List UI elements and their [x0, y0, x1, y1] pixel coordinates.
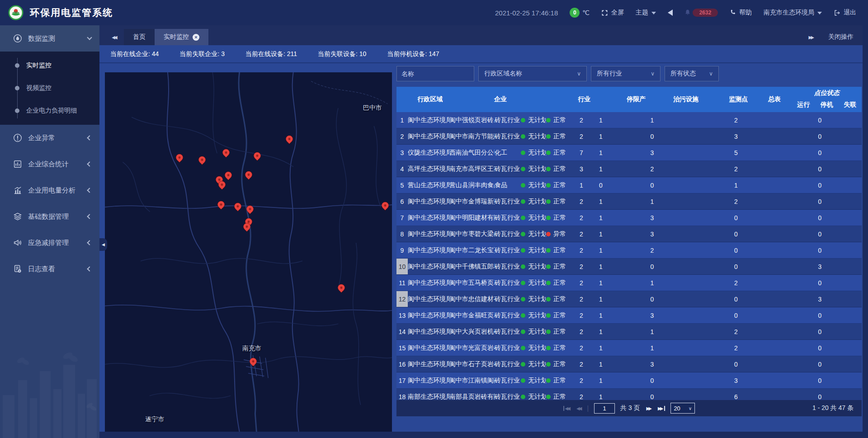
cell-meters: 1 [591, 372, 610, 388]
help-button[interactable]: 帮助 [730, 9, 752, 17]
facility-text: 正常 [553, 377, 566, 385]
pager-first-button[interactable]: ◀◀ [563, 406, 570, 411]
sidebar-item-data-monitoring[interactable]: 数据监测 [0, 25, 99, 52]
cell-limit-status: 无计划 [521, 128, 546, 144]
sidebar-item-realtime-monitoring[interactable]: 实时监控 [0, 54, 99, 77]
close-operations-button[interactable]: 关闭操作 [828, 33, 854, 41]
tab-realtime-monitoring[interactable]: 实时监控× [155, 29, 208, 45]
sidebar-item-enterprise-abnormal[interactable]: 企业异常 [0, 125, 99, 151]
sidebar-item-label: 企业用电量分析 [28, 186, 88, 195]
logout-button[interactable]: 退出 [834, 9, 856, 17]
cell-lost: 3 [778, 259, 862, 274]
sidebar-item-basic-data-management[interactable]: 基础数据管理 [0, 203, 99, 230]
cell-company: 阆中市枣碧大梁山页岩 [449, 226, 495, 242]
status-dot [546, 216, 551, 220]
table-row[interactable]: 15阆中生态环境局阆中市光富页岩机砖厂砖瓦行业无计划正常21120 [396, 340, 862, 356]
table-row[interactable]: 10阆中生态环境局阆中千佛镇五郎垭页岩砖瓦行业无计划正常21003 [396, 259, 862, 275]
row-index: 17 [396, 372, 408, 388]
table-row[interactable]: 11阆中生态环境局阆中市五马桥页岩机砖砖瓦行业无计划正常21120 [396, 275, 862, 291]
cell-lost: 0 [778, 275, 862, 291]
status-dot [546, 248, 551, 253]
cell-stop: 0 [694, 356, 778, 372]
cell-run: 3 [610, 145, 694, 160]
status-dot [546, 378, 551, 383]
cell-meters: 1 [591, 145, 610, 160]
table-row[interactable]: 12阆中生态环境局阆中市忠信建材有限公砖瓦行业无计划正常21003 [396, 291, 862, 307]
cell-stop: 0 [694, 259, 778, 274]
cell-industry: 砖瓦行业 [495, 259, 521, 274]
stat-value: 3 [221, 50, 225, 57]
pager-page-input[interactable] [594, 403, 615, 414]
theme-dropdown[interactable]: 主题 [636, 9, 656, 17]
pager-prev-button[interactable]: ◀◀ [576, 406, 581, 411]
org-dropdown[interactable]: 南充市生态环境局 [764, 9, 822, 17]
limit-text: 无计划 [528, 116, 546, 124]
sidebar-subitem-label: 实时监控 [26, 61, 52, 70]
sidebar-item-log-view[interactable]: 日志查看 [0, 256, 99, 282]
cell-region: 阆中生态环境局 [408, 372, 449, 388]
cell-lost: 3 [778, 291, 862, 307]
table-row[interactable]: 14阆中生态环境局阆中大兴页岩机砖厂砖瓦行业无计划正常21120 [396, 324, 862, 340]
name-filter-input[interactable] [396, 66, 474, 81]
table-row[interactable]: 16阆中生态环境局阆中市石子页岩机砖厂砖瓦行业无计划正常21300 [396, 356, 862, 372]
tab-label: 实时监控 [164, 33, 189, 41]
cell-stop: 3 [694, 128, 778, 144]
scrollbar-track[interactable] [863, 25, 868, 438]
status-dot [521, 313, 525, 318]
table-row[interactable]: 5营山生态环境局营山县润丰肉食品有限食品无计划正常10010 [396, 177, 862, 193]
notification-badge[interactable]: 2632 [684, 9, 718, 17]
facility-text: 正常 [553, 344, 566, 352]
page-size-select[interactable]: 20 ∨ [670, 403, 695, 414]
cell-region: 阆中生态环境局 [408, 112, 449, 128]
sidebar-item-enterprise-statistics[interactable]: 企业综合统计 [0, 151, 99, 177]
pager-next-button[interactable]: ▶▶ [646, 406, 651, 411]
sidebar-item-power-usage-analysis[interactable]: 企业用电量分析 [0, 177, 99, 203]
sidebar-item-power-load-detail[interactable]: 企业电力负荷明细 [0, 99, 99, 122]
table-row[interactable]: 6阆中生态环境局阆中市金博瑞新型墙材砖瓦行业无计划正常21120 [396, 193, 862, 210]
map[interactable]: 巴中市南充市遂宁市 [105, 72, 392, 432]
tabs-scroll-left-icon[interactable]: ◀◀ [104, 29, 124, 45]
col-points: 监测点 [720, 87, 757, 112]
table-row[interactable]: 8阆中生态环境局阆中市枣碧大梁山页岩砖瓦行业无计划异常21300 [396, 226, 862, 242]
cell-industry: 砖瓦行业 [495, 275, 521, 291]
industry-filter-select[interactable]: 所有行业 ∨ [591, 66, 660, 81]
tab-home[interactable]: 首页 [124, 29, 155, 45]
fullscreen-button[interactable]: 全屏 [601, 9, 624, 17]
table-row[interactable]: 4高坪生态环境局南充市高坪区王家店建砖瓦行业无计划正常31220 [396, 161, 862, 177]
col-company: 企业 [494, 87, 578, 112]
stats-bar: 当前在线企业: 44当前失联企业: 3当前在线设备: 211当前失联设备: 10… [99, 45, 868, 63]
table-row[interactable]: 9阆中生态环境局阆中市二龙长宝页岩砖砖瓦行业无计划正常21200 [396, 242, 862, 259]
limit-text: 无计划 [528, 311, 546, 320]
right-panel: 行政区域名称 ∨ 所有行业 ∨ 所有状态 ∨ [396, 66, 862, 432]
table-row[interactable]: 17阆中生态环境局阆中市江南镇阆南页岩砖瓦行业无计划正常21030 [396, 372, 862, 389]
table-row[interactable]: 7阆中生态环境局阆中明阳建材有限公司砖瓦行业无计划正常21300 [396, 210, 862, 226]
cell-run: 0 [610, 177, 694, 193]
tabs-scroll-right-icon[interactable]: ▶▶ [809, 29, 813, 45]
table-row[interactable]: 2阆中生态环境局阆中市南方节能建材有砖瓦行业无计划正常21030 [396, 128, 862, 145]
row-index: 10 [396, 259, 408, 274]
sidebar-item-emergency-reduction[interactable]: 应急减排管理 [0, 230, 99, 256]
cell-meters: 1 [591, 340, 610, 356]
status-filter-select[interactable]: 所有状态 ∨ [665, 66, 719, 81]
map-collapse-handle[interactable]: ◀ [99, 238, 107, 251]
facility-text: 正常 [553, 360, 566, 368]
row-index: 16 [396, 356, 408, 372]
table-row[interactable]: 3仪陇生态环境局西南油气田分公司川中化工无计划正常71350 [396, 145, 862, 161]
cell-meters: 1 [591, 356, 610, 372]
sidebar-item-video-monitoring[interactable]: 视频监控 [0, 77, 99, 99]
pager-last-button[interactable]: ▶▶ [657, 406, 665, 411]
table-row[interactable]: 1阆中生态环境局阆中强锐页岩砖厂砖瓦行业无计划正常21120 [396, 112, 862, 128]
mute-button[interactable] [668, 9, 673, 16]
table-header: 行政区域 企业 行业 停限产 治污设施 监测点 总表 点位状态 [396, 87, 862, 112]
region-filter-select[interactable]: 行政区域名称 ∨ [478, 66, 587, 81]
cell-meters: 0 [591, 177, 610, 193]
cell-region: 阆中生态环境局 [408, 324, 449, 339]
cell-stop: 2 [694, 112, 778, 128]
stat-item: 当前失联设备: 10 [318, 50, 366, 58]
table-row[interactable]: 13阆中生态环境局阆中市金福旺页岩机砖砖瓦行业无计划正常21300 [396, 307, 862, 324]
cell-company: 阆中市二龙长宝页岩砖 [449, 242, 495, 258]
tab-close-icon[interactable]: × [193, 34, 199, 41]
map-city-label: 遂宁市 [145, 415, 164, 424]
facility-text: 正常 [553, 181, 566, 189]
facility-text: 正常 [553, 393, 566, 401]
